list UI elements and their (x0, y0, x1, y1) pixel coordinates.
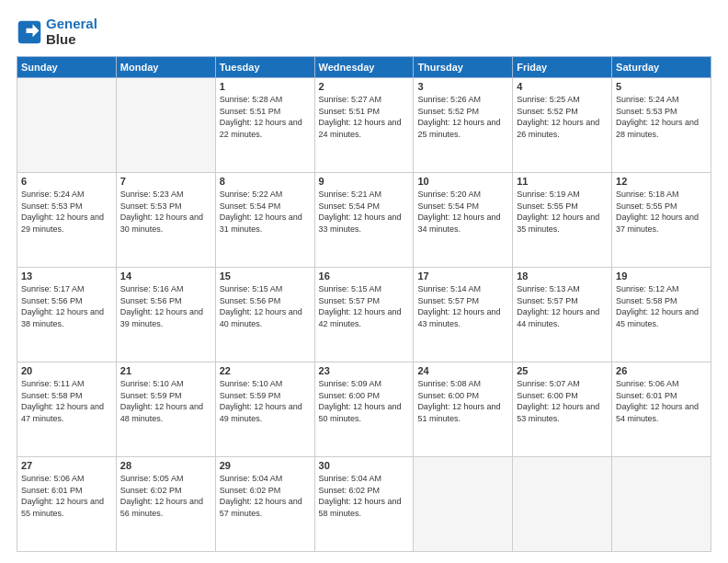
calendar-cell: 10 Sunrise: 5:20 AMSunset: 5:54 PMDaylig… (414, 173, 513, 268)
day-number: 15 (220, 270, 311, 282)
weekday-header-wednesday: Wednesday (314, 57, 414, 78)
cell-text: Sunrise: 5:11 AMSunset: 5:58 PMDaylight:… (21, 378, 112, 424)
cell-text: Sunrise: 5:22 AMSunset: 5:54 PMDaylight:… (220, 189, 311, 235)
calendar-cell: 9 Sunrise: 5:21 AMSunset: 5:54 PMDayligh… (314, 173, 414, 268)
cell-text: Sunrise: 5:18 AMSunset: 5:55 PMDaylight:… (616, 189, 707, 235)
cell-text: Sunrise: 5:28 AMSunset: 5:51 PMDaylight:… (220, 94, 311, 140)
calendar-cell: 12 Sunrise: 5:18 AMSunset: 5:55 PMDaylig… (612, 173, 711, 268)
weekday-header-sunday: Sunday (17, 57, 117, 78)
weekday-header-saturday: Saturday (612, 57, 711, 78)
calendar-cell: 25 Sunrise: 5:07 AMSunset: 6:00 PMDaylig… (513, 362, 612, 457)
day-number: 29 (220, 460, 311, 471)
cell-text: Sunrise: 5:24 AMSunset: 5:53 PMDaylight:… (616, 94, 707, 140)
calendar-cell: 6 Sunrise: 5:24 AMSunset: 5:53 PMDayligh… (17, 173, 117, 268)
calendar-cell (513, 457, 612, 552)
day-number: 14 (120, 270, 211, 282)
weekday-header-friday: Friday (513, 57, 612, 78)
day-number: 26 (616, 365, 707, 376)
day-number: 22 (220, 365, 311, 376)
calendar-cell: 30 Sunrise: 5:04 AMSunset: 6:02 PMDaylig… (314, 457, 414, 552)
calendar-cell: 21 Sunrise: 5:10 AMSunset: 5:59 PMDaylig… (116, 362, 215, 457)
day-number: 5 (616, 81, 707, 92)
calendar-cell (116, 78, 215, 173)
calendar-cell: 5 Sunrise: 5:24 AMSunset: 5:53 PMDayligh… (612, 78, 711, 173)
day-number: 7 (120, 176, 211, 187)
cell-text: Sunrise: 5:16 AMSunset: 5:56 PMDaylight:… (120, 283, 211, 329)
day-number: 16 (319, 270, 410, 282)
calendar-cell: 4 Sunrise: 5:25 AMSunset: 5:52 PMDayligh… (513, 78, 612, 173)
header: General Blue (17, 17, 711, 47)
calendar-cell: 27 Sunrise: 5:06 AMSunset: 6:01 PMDaylig… (17, 457, 117, 552)
day-number: 23 (319, 365, 410, 376)
cell-text: Sunrise: 5:13 AMSunset: 5:57 PMDaylight:… (517, 283, 608, 329)
week-row-0: 1 Sunrise: 5:28 AMSunset: 5:51 PMDayligh… (17, 78, 711, 173)
calendar-cell (414, 457, 513, 552)
calendar-cell: 26 Sunrise: 5:06 AMSunset: 6:01 PMDaylig… (612, 362, 711, 457)
cell-text: Sunrise: 5:08 AMSunset: 6:00 PMDaylight:… (417, 378, 508, 424)
calendar-header: SundayMondayTuesdayWednesdayThursdayFrid… (17, 57, 711, 78)
weekday-header-thursday: Thursday (414, 57, 513, 78)
cell-text: Sunrise: 5:04 AMSunset: 6:02 PMDaylight:… (220, 473, 311, 519)
cell-text: Sunrise: 5:06 AMSunset: 6:01 PMDaylight:… (21, 473, 112, 519)
calendar-cell: 29 Sunrise: 5:04 AMSunset: 6:02 PMDaylig… (215, 457, 314, 552)
calendar-body: 1 Sunrise: 5:28 AMSunset: 5:51 PMDayligh… (17, 78, 711, 552)
day-number: 12 (616, 176, 707, 187)
cell-text: Sunrise: 5:10 AMSunset: 5:59 PMDaylight:… (120, 378, 211, 424)
calendar-table: SundayMondayTuesdayWednesdayThursdayFrid… (17, 56, 711, 552)
weekday-row: SundayMondayTuesdayWednesdayThursdayFrid… (17, 57, 711, 78)
day-number: 3 (417, 81, 508, 92)
day-number: 28 (120, 460, 211, 471)
calendar-cell: 13 Sunrise: 5:17 AMSunset: 5:56 PMDaylig… (17, 268, 117, 362)
day-number: 2 (319, 81, 410, 92)
day-number: 17 (417, 270, 508, 282)
calendar-cell (612, 457, 711, 552)
cell-text: Sunrise: 5:10 AMSunset: 5:59 PMDaylight:… (220, 378, 311, 424)
cell-text: Sunrise: 5:25 AMSunset: 5:52 PMDaylight:… (517, 94, 608, 140)
cell-text: Sunrise: 5:21 AMSunset: 5:54 PMDaylight:… (319, 189, 410, 235)
calendar-cell (17, 78, 117, 173)
cell-text: Sunrise: 5:24 AMSunset: 5:53 PMDaylight:… (21, 189, 112, 235)
day-number: 18 (517, 270, 608, 282)
cell-text: Sunrise: 5:17 AMSunset: 5:56 PMDaylight:… (21, 283, 112, 329)
calendar-cell: 24 Sunrise: 5:08 AMSunset: 6:00 PMDaylig… (414, 362, 513, 457)
week-row-2: 13 Sunrise: 5:17 AMSunset: 5:56 PMDaylig… (17, 268, 711, 362)
logo: General Blue (17, 17, 97, 47)
cell-text: Sunrise: 5:05 AMSunset: 6:02 PMDaylight:… (120, 473, 211, 519)
calendar-cell: 15 Sunrise: 5:15 AMSunset: 5:56 PMDaylig… (215, 268, 314, 362)
day-number: 30 (319, 460, 410, 471)
day-number: 1 (220, 81, 311, 92)
day-number: 19 (616, 270, 707, 282)
calendar-cell: 17 Sunrise: 5:14 AMSunset: 5:57 PMDaylig… (414, 268, 513, 362)
weekday-header-monday: Monday (116, 57, 215, 78)
logo-text: General Blue (46, 17, 97, 47)
cell-text: Sunrise: 5:20 AMSunset: 5:54 PMDaylight:… (417, 189, 508, 235)
cell-text: Sunrise: 5:15 AMSunset: 5:57 PMDaylight:… (319, 283, 410, 329)
calendar-cell: 14 Sunrise: 5:16 AMSunset: 5:56 PMDaylig… (116, 268, 215, 362)
calendar-cell: 11 Sunrise: 5:19 AMSunset: 5:55 PMDaylig… (513, 173, 612, 268)
cell-text: Sunrise: 5:19 AMSunset: 5:55 PMDaylight:… (517, 189, 608, 235)
calendar-cell: 20 Sunrise: 5:11 AMSunset: 5:58 PMDaylig… (17, 362, 117, 457)
day-number: 4 (517, 81, 608, 92)
calendar-cell: 2 Sunrise: 5:27 AMSunset: 5:51 PMDayligh… (314, 78, 414, 173)
calendar-cell: 23 Sunrise: 5:09 AMSunset: 6:00 PMDaylig… (314, 362, 414, 457)
week-row-4: 27 Sunrise: 5:06 AMSunset: 6:01 PMDaylig… (17, 457, 711, 552)
day-number: 20 (21, 365, 112, 376)
day-number: 8 (220, 176, 311, 187)
day-number: 10 (417, 176, 508, 187)
day-number: 27 (21, 460, 112, 471)
week-row-3: 20 Sunrise: 5:11 AMSunset: 5:58 PMDaylig… (17, 362, 711, 457)
day-number: 21 (120, 365, 211, 376)
cell-text: Sunrise: 5:26 AMSunset: 5:52 PMDaylight:… (417, 94, 508, 140)
day-number: 25 (517, 365, 608, 376)
cell-text: Sunrise: 5:15 AMSunset: 5:56 PMDaylight:… (220, 283, 311, 329)
cell-text: Sunrise: 5:04 AMSunset: 6:02 PMDaylight:… (319, 473, 410, 519)
cell-text: Sunrise: 5:12 AMSunset: 5:58 PMDaylight:… (616, 283, 707, 329)
cell-text: Sunrise: 5:27 AMSunset: 5:51 PMDaylight:… (319, 94, 410, 140)
logo-icon (17, 19, 42, 45)
day-number: 24 (417, 365, 508, 376)
cell-text: Sunrise: 5:07 AMSunset: 6:00 PMDaylight:… (517, 378, 608, 424)
calendar-cell: 16 Sunrise: 5:15 AMSunset: 5:57 PMDaylig… (314, 268, 414, 362)
day-number: 6 (21, 176, 112, 187)
calendar-cell: 19 Sunrise: 5:12 AMSunset: 5:58 PMDaylig… (612, 268, 711, 362)
week-row-1: 6 Sunrise: 5:24 AMSunset: 5:53 PMDayligh… (17, 173, 711, 268)
